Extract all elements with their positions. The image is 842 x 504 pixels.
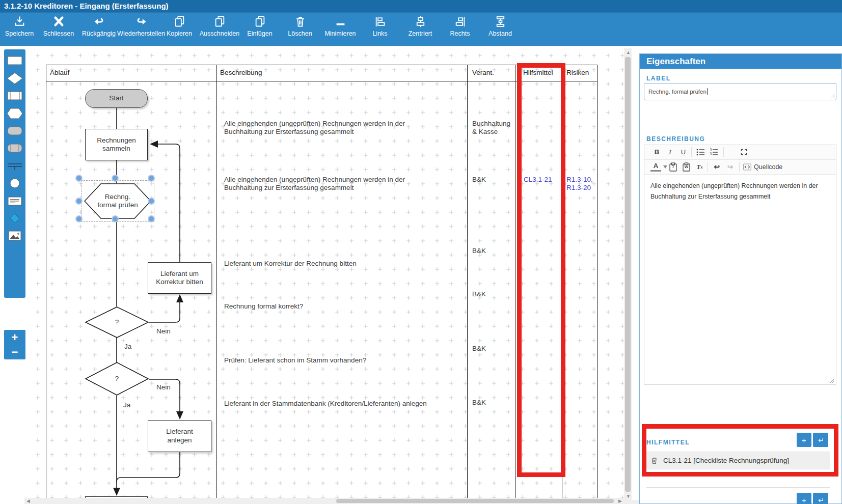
selection-handle[interactable] <box>112 215 119 222</box>
redo-icon <box>134 15 148 29</box>
align-right-button[interactable]: Rechts <box>445 15 475 37</box>
panel-title: Eigenschaften <box>640 54 841 69</box>
selection-handle[interactable] <box>148 175 155 182</box>
row-hilfsmittel-link[interactable]: CL3.1-21 <box>524 176 559 184</box>
column-header-hilfsmittel: Hilfsmittel <box>523 65 553 81</box>
editor-redo-button[interactable] <box>725 161 736 172</box>
tool-parallel-lines-icon[interactable] <box>6 159 23 173</box>
align-center-button[interactable]: Zentriert <box>405 15 436 37</box>
description-section-heading: BESCHREIBUNG <box>646 135 705 143</box>
row-verant: B&K <box>472 345 519 353</box>
tool-reference-diamond-icon[interactable] <box>6 212 23 225</box>
canvas-vertical-scrollbar[interactable]: ▲ ▼ <box>624 48 632 504</box>
node-start[interactable]: Start <box>85 89 148 108</box>
tool-hexagon-icon[interactable] <box>6 107 23 120</box>
description-editor: B I U A T W Tx <box>644 145 836 385</box>
align-left-button[interactable]: Links <box>367 15 393 37</box>
copy-button[interactable]: Kopieren <box>161 15 197 37</box>
tool-terminator-subprocess-icon[interactable] <box>6 142 23 155</box>
align-left-label: Links <box>372 30 387 37</box>
edge-label-nein1: Nein <box>156 327 171 335</box>
bullet-list-button[interactable] <box>695 147 706 157</box>
node-lieferant-anlegen[interactable]: Lieferant anlegen <box>148 420 211 452</box>
node-rechnungen-sammeln[interactable]: Rechnungen sammeln <box>85 129 148 160</box>
scroll-left-icon[interactable]: ◀ <box>26 499 30 503</box>
description-content[interactable]: Alle eingehenden (ungeprüften) Rechnunge… <box>644 174 836 384</box>
tool-terminator-icon[interactable] <box>6 124 23 137</box>
table-right-border <box>597 65 597 498</box>
zoom-in-button[interactable]: + <box>12 332 18 343</box>
row-risiken-link[interactable]: R1.3-10, R1.3-20 <box>566 176 597 192</box>
underline-button[interactable]: U <box>678 147 689 157</box>
toolbar-separator <box>708 162 708 172</box>
node-lieferant-korrektur[interactable]: Lieferant um Korrektur bitten <box>148 262 211 294</box>
tool-note-icon[interactable] <box>6 194 23 208</box>
selection-handle[interactable] <box>75 198 83 205</box>
selection-handle[interactable] <box>75 215 83 222</box>
trash-icon[interactable] <box>650 456 658 465</box>
scroll-down-icon[interactable]: ▼ <box>626 494 631 499</box>
editor-toolbar-row2: A T W Tx Quellcode <box>644 160 836 175</box>
tool-diamond-icon[interactable] <box>6 72 23 85</box>
source-code-button[interactable]: Quellcode <box>743 161 787 172</box>
numbered-list-button[interactable] <box>709 147 719 157</box>
table-divider-beschreibung <box>467 65 468 498</box>
paste-from-word-button[interactable]: W <box>681 161 692 172</box>
resize-handle-icon[interactable] <box>830 94 835 99</box>
next-section-link-button[interactable] <box>813 493 828 504</box>
canvas-vertical-scrollbar-thumb[interactable] <box>625 57 631 492</box>
maximize-button[interactable] <box>739 147 749 157</box>
close-icon <box>52 15 66 29</box>
selection-handle[interactable] <box>148 198 155 205</box>
spacing-button[interactable]: Abstand <box>485 15 515 37</box>
tool-image-icon[interactable] <box>6 229 23 242</box>
editor-undo-button[interactable] <box>712 161 722 172</box>
row-beschreibung: Alle eingehenden (ungeprüften) Rechnunge… <box>224 120 438 136</box>
source-code-icon <box>743 163 751 171</box>
label-input[interactable]: Rechng. formal prüfen <box>644 83 836 100</box>
properties-panel: Eigenschaften LABEL Rechng. formal prüfe… <box>639 53 842 504</box>
italic-button[interactable]: I <box>665 147 675 157</box>
canvas-horizontal-scrollbar[interactable]: ◀ ▶ <box>24 498 624 504</box>
resize-handle-icon[interactable] <box>830 378 835 383</box>
canvas-horizontal-scrollbar-thumb[interactable] <box>336 499 614 503</box>
tool-circle-icon[interactable] <box>6 177 23 190</box>
redo-button[interactable]: Wiederherstellen <box>118 15 164 37</box>
paste-as-text-button[interactable]: T <box>668 161 678 172</box>
scroll-up-icon[interactable]: ▲ <box>626 50 631 55</box>
selection-handle[interactable] <box>148 215 155 222</box>
tool-predefined-process-icon[interactable] <box>6 89 23 102</box>
next-section-add-button[interactable]: + <box>797 493 811 504</box>
cut-button[interactable]: Ausschneiden <box>199 15 240 37</box>
paste-button[interactable]: Einfügen <box>245 15 275 37</box>
node-decision2-shape[interactable] <box>85 362 149 396</box>
table-left-border <box>46 65 46 498</box>
paste-word-letter: W <box>681 164 692 169</box>
enter-arrow-icon <box>817 437 824 443</box>
node-hexagon-shape[interactable] <box>84 183 151 219</box>
flowchart-canvas[interactable]: Ablauf Beschreibung Verant. Hilfsmittel … <box>31 48 624 498</box>
tool-rectangle-icon[interactable] <box>6 54 23 67</box>
selection-handle[interactable] <box>112 175 119 182</box>
node-decision1-shape[interactable] <box>85 306 149 338</box>
undo-button[interactable]: Rückgängig <box>78 15 119 37</box>
shape-palette <box>4 49 25 298</box>
close-button[interactable]: Schliessen <box>41 15 76 37</box>
spacing-label: Abstand <box>488 30 512 37</box>
paste-text-letter: T <box>668 164 678 169</box>
paste-label: Einfügen <box>247 30 272 37</box>
hilfsmittel-link-button[interactable] <box>813 433 828 447</box>
column-header-risiken: Risiken <box>566 65 589 81</box>
zoom-out-button[interactable]: − <box>12 347 18 358</box>
column-header-verant: Verant. <box>472 65 494 81</box>
bold-button[interactable]: B <box>651 147 662 157</box>
delete-button[interactable]: Löschen <box>285 15 315 37</box>
remove-format-button[interactable]: Tx <box>694 161 705 172</box>
minimize-button[interactable]: Minimieren <box>322 15 358 37</box>
save-button[interactable]: Speichern <box>2 15 37 37</box>
scroll-right-icon[interactable]: ▶ <box>618 499 622 503</box>
hilfsmittel-add-button[interactable]: + <box>797 433 811 447</box>
row-beschreibung: Lieferant in der Stammdatenbank (Kredito… <box>224 400 438 408</box>
selection-handle[interactable] <box>75 175 83 182</box>
label-input-value: Rechng. formal prüfen <box>648 89 707 95</box>
